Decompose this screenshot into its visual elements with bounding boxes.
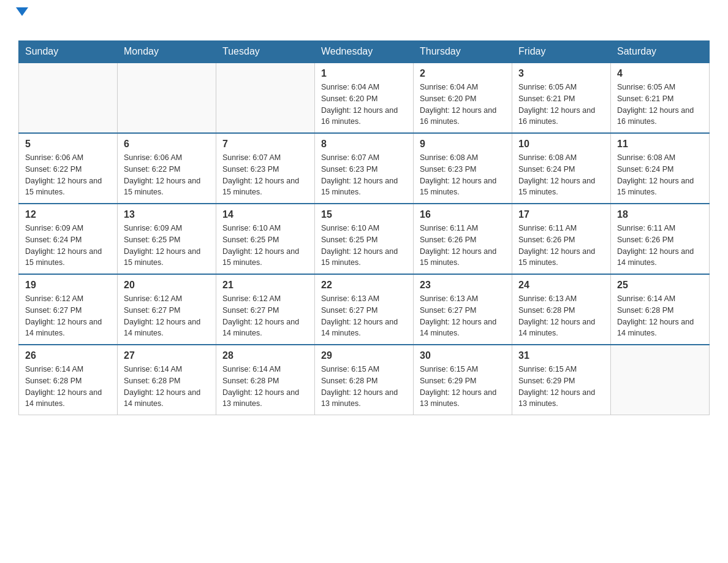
day-number: 1 — [321, 68, 407, 79]
weekday-header-saturday: Saturday — [611, 41, 710, 63]
day-number: 21 — [222, 280, 308, 291]
day-info: Sunrise: 6:08 AMSunset: 6:23 PMDaylight:… — [420, 152, 506, 198]
day-number: 18 — [617, 209, 703, 220]
week-row-5: 26Sunrise: 6:14 AMSunset: 6:28 PMDayligh… — [19, 345, 710, 415]
day-number: 25 — [617, 280, 703, 291]
day-number: 8 — [321, 139, 407, 150]
calendar-cell: 23Sunrise: 6:13 AMSunset: 6:27 PMDayligh… — [414, 274, 512, 345]
day-number: 16 — [420, 209, 506, 220]
calendar-cell: 24Sunrise: 6:13 AMSunset: 6:28 PMDayligh… — [512, 274, 611, 345]
day-number: 24 — [518, 280, 604, 291]
calendar-cell: 10Sunrise: 6:08 AMSunset: 6:24 PMDayligh… — [512, 133, 611, 204]
day-number: 12 — [25, 209, 111, 220]
calendar-cell: 4Sunrise: 6:05 AMSunset: 6:21 PMDaylight… — [611, 63, 710, 133]
day-info: Sunrise: 6:13 AMSunset: 6:28 PMDaylight:… — [518, 293, 604, 339]
calendar-table: SundayMondayTuesdayWednesdayThursdayFrid… — [18, 40, 710, 415]
calendar-cell: 13Sunrise: 6:09 AMSunset: 6:25 PMDayligh… — [118, 204, 216, 274]
calendar-cell: 30Sunrise: 6:15 AMSunset: 6:29 PMDayligh… — [414, 345, 512, 415]
week-row-2: 5Sunrise: 6:06 AMSunset: 6:22 PMDaylight… — [19, 133, 710, 204]
day-info: Sunrise: 6:09 AMSunset: 6:25 PMDaylight:… — [124, 223, 210, 269]
day-number: 23 — [420, 280, 506, 291]
day-info: Sunrise: 6:04 AMSunset: 6:20 PMDaylight:… — [321, 82, 407, 128]
day-number: 7 — [222, 139, 308, 150]
day-number: 31 — [518, 350, 604, 361]
day-number: 3 — [518, 68, 604, 79]
day-number: 19 — [25, 280, 111, 291]
calendar-cell: 15Sunrise: 6:10 AMSunset: 6:25 PMDayligh… — [315, 204, 414, 274]
day-number: 17 — [518, 209, 604, 220]
calendar-cell: 28Sunrise: 6:14 AMSunset: 6:28 PMDayligh… — [216, 345, 315, 415]
day-info: Sunrise: 6:14 AMSunset: 6:28 PMDaylight:… — [124, 364, 210, 410]
day-number: 4 — [617, 68, 703, 79]
day-info: Sunrise: 6:05 AMSunset: 6:21 PMDaylight:… — [617, 82, 703, 128]
calendar-cell: 14Sunrise: 6:10 AMSunset: 6:25 PMDayligh… — [216, 204, 315, 274]
calendar-cell: 8Sunrise: 6:07 AMSunset: 6:23 PMDaylight… — [315, 133, 414, 204]
day-info: Sunrise: 6:10 AMSunset: 6:25 PMDaylight:… — [222, 223, 308, 269]
calendar-cell: 1Sunrise: 6:04 AMSunset: 6:20 PMDaylight… — [315, 63, 414, 133]
calendar-cell: 25Sunrise: 6:14 AMSunset: 6:28 PMDayligh… — [611, 274, 710, 345]
day-info: Sunrise: 6:12 AMSunset: 6:27 PMDaylight:… — [25, 293, 111, 339]
day-number: 6 — [124, 139, 210, 150]
calendar-cell: 29Sunrise: 6:15 AMSunset: 6:28 PMDayligh… — [315, 345, 414, 415]
calendar-cell: 19Sunrise: 6:12 AMSunset: 6:27 PMDayligh… — [19, 274, 118, 345]
weekday-header-sunday: Sunday — [19, 41, 118, 63]
day-number: 13 — [124, 209, 210, 220]
day-number: 29 — [321, 350, 407, 361]
logo-text — [18, 12, 28, 28]
calendar-cell: 5Sunrise: 6:06 AMSunset: 6:22 PMDaylight… — [19, 133, 118, 204]
calendar-cell: 16Sunrise: 6:11 AMSunset: 6:26 PMDayligh… — [414, 204, 512, 274]
week-row-3: 12Sunrise: 6:09 AMSunset: 6:24 PMDayligh… — [19, 204, 710, 274]
day-info: Sunrise: 6:07 AMSunset: 6:23 PMDaylight:… — [321, 152, 407, 198]
day-number: 27 — [124, 350, 210, 361]
logo-arrow-icon — [16, 7, 28, 26]
calendar-cell: 18Sunrise: 6:11 AMSunset: 6:26 PMDayligh… — [611, 204, 710, 274]
day-info: Sunrise: 6:06 AMSunset: 6:22 PMDaylight:… — [124, 152, 210, 198]
day-number: 5 — [25, 139, 111, 150]
day-number: 9 — [420, 139, 506, 150]
day-number: 20 — [124, 280, 210, 291]
day-info: Sunrise: 6:15 AMSunset: 6:29 PMDaylight:… — [420, 364, 506, 410]
day-info: Sunrise: 6:13 AMSunset: 6:27 PMDaylight:… — [321, 293, 407, 339]
day-info: Sunrise: 6:12 AMSunset: 6:27 PMDaylight:… — [222, 293, 308, 339]
day-number: 14 — [222, 209, 308, 220]
day-info: Sunrise: 6:07 AMSunset: 6:23 PMDaylight:… — [222, 152, 308, 198]
calendar-cell: 3Sunrise: 6:05 AMSunset: 6:21 PMDaylight… — [512, 63, 611, 133]
day-info: Sunrise: 6:11 AMSunset: 6:26 PMDaylight:… — [420, 223, 506, 269]
calendar-cell: 2Sunrise: 6:04 AMSunset: 6:20 PMDaylight… — [414, 63, 512, 133]
day-number: 30 — [420, 350, 506, 361]
page-header — [18, 12, 710, 28]
calendar-cell: 9Sunrise: 6:08 AMSunset: 6:23 PMDaylight… — [414, 133, 512, 204]
logo — [18, 12, 28, 28]
calendar-cell: 31Sunrise: 6:15 AMSunset: 6:29 PMDayligh… — [512, 345, 611, 415]
weekday-header-monday: Monday — [118, 41, 216, 63]
day-info: Sunrise: 6:11 AMSunset: 6:26 PMDaylight:… — [617, 223, 703, 269]
calendar-cell: 22Sunrise: 6:13 AMSunset: 6:27 PMDayligh… — [315, 274, 414, 345]
day-info: Sunrise: 6:11 AMSunset: 6:26 PMDaylight:… — [518, 223, 604, 269]
week-row-4: 19Sunrise: 6:12 AMSunset: 6:27 PMDayligh… — [19, 274, 710, 345]
weekday-header-friday: Friday — [512, 41, 611, 63]
weekday-header-row: SundayMondayTuesdayWednesdayThursdayFrid… — [19, 41, 710, 63]
weekday-header-thursday: Thursday — [414, 41, 512, 63]
day-number: 10 — [518, 139, 604, 150]
day-number: 2 — [420, 68, 506, 79]
calendar-cell: 26Sunrise: 6:14 AMSunset: 6:28 PMDayligh… — [19, 345, 118, 415]
calendar-cell — [216, 63, 315, 133]
calendar-cell: 17Sunrise: 6:11 AMSunset: 6:26 PMDayligh… — [512, 204, 611, 274]
day-info: Sunrise: 6:05 AMSunset: 6:21 PMDaylight:… — [518, 82, 604, 128]
day-info: Sunrise: 6:15 AMSunset: 6:29 PMDaylight:… — [518, 364, 604, 410]
calendar-cell: 12Sunrise: 6:09 AMSunset: 6:24 PMDayligh… — [19, 204, 118, 274]
day-number: 15 — [321, 209, 407, 220]
day-number: 22 — [321, 280, 407, 291]
day-info: Sunrise: 6:14 AMSunset: 6:28 PMDaylight:… — [617, 293, 703, 339]
day-info: Sunrise: 6:09 AMSunset: 6:24 PMDaylight:… — [25, 223, 111, 269]
weekday-header-tuesday: Tuesday — [216, 41, 315, 63]
week-row-1: 1Sunrise: 6:04 AMSunset: 6:20 PMDaylight… — [19, 63, 710, 133]
day-number: 26 — [25, 350, 111, 361]
day-info: Sunrise: 6:14 AMSunset: 6:28 PMDaylight:… — [25, 364, 111, 410]
calendar-cell: 27Sunrise: 6:14 AMSunset: 6:28 PMDayligh… — [118, 345, 216, 415]
calendar-cell: 6Sunrise: 6:06 AMSunset: 6:22 PMDaylight… — [118, 133, 216, 204]
day-info: Sunrise: 6:15 AMSunset: 6:28 PMDaylight:… — [321, 364, 407, 410]
weekday-header-wednesday: Wednesday — [315, 41, 414, 63]
calendar-cell — [19, 63, 118, 133]
day-info: Sunrise: 6:04 AMSunset: 6:20 PMDaylight:… — [420, 82, 506, 128]
